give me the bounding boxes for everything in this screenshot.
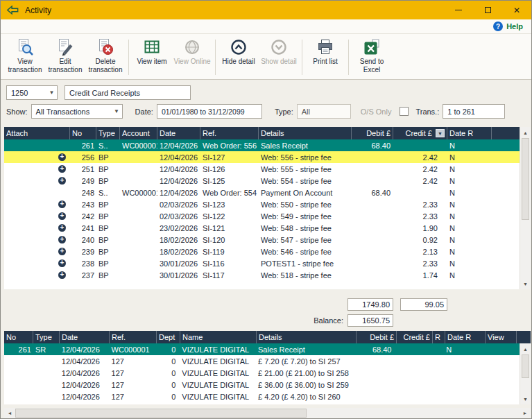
print-list-button[interactable]: Print list: [305, 37, 345, 66]
column-header-details[interactable]: Details: [259, 127, 352, 139]
cell-type: S..: [96, 187, 120, 198]
scroll-track[interactable]: [520, 354, 531, 393]
transaction-row[interactable]: +239BP18/02/2026SI-119Web: 546 - stripe …: [4, 246, 520, 257]
minimize-button[interactable]: [444, 1, 473, 19]
detail-row[interactable]: 12/04/20261270VIZULATE DIGITAL£ 36.00 (£…: [4, 379, 520, 391]
column-header-details[interactable]: Details: [257, 331, 357, 343]
transaction-row[interactable]: +237BP30/01/2026SI-117Web: 518 - stripe …: [4, 269, 520, 281]
transaction-row[interactable]: +238BP30/01/2026SI-116POTEST1 - stripe f…: [4, 257, 520, 269]
account-code-dropdown[interactable]: 1250 ▼: [6, 85, 58, 100]
scroll-right-arrow[interactable]: ►: [520, 408, 531, 418]
attachment-icon[interactable]: +: [58, 200, 66, 208]
horizontal-scrollbar[interactable]: ◄ ►: [4, 408, 531, 418]
column-header-no[interactable]: No: [4, 331, 33, 343]
column-header-debit[interactable]: Debit £: [352, 127, 393, 139]
view-transaction-button[interactable]: View transaction: [5, 37, 45, 74]
column-header-no[interactable]: No: [70, 127, 96, 139]
cell-dept: 0: [156, 343, 180, 355]
cell-ref: 127: [110, 379, 157, 391]
cell-spacer: [492, 139, 520, 151]
transaction-row[interactable]: +251BP12/04/2026SI-126Web: 555 - stripe …: [4, 163, 520, 175]
hide-detail-button[interactable]: Hide detail: [218, 37, 259, 66]
scroll-track[interactable]: [520, 138, 531, 278]
column-header-date_r[interactable]: Date R: [445, 331, 486, 343]
attachment-icon[interactable]: +: [58, 248, 66, 255]
os-only-checkbox[interactable]: [400, 107, 409, 116]
show-dropdown[interactable]: All Transactions ▼: [31, 104, 123, 119]
column-header-date[interactable]: Date: [157, 127, 200, 139]
transaction-row[interactable]: +249BP12/04/2026SI-125Web: 554 - stripe …: [4, 175, 520, 187]
attachment-icon[interactable]: +: [58, 271, 66, 279]
transaction-row[interactable]: +243BP02/03/2026SI-123Web: 550 - stripe …: [4, 198, 520, 210]
column-header-debit[interactable]: Debit £: [357, 331, 397, 343]
transaction-row[interactable]: +241BP23/02/2026SI-121Web: 548 - stripe …: [4, 222, 520, 234]
detail-row[interactable]: 12/04/20261270VIZULATE DIGITAL£ 4.20 (£ …: [4, 391, 520, 402]
detail-row[interactable]: 12/04/20261270VIZULATE DIGITAL£ 21.00 (£…: [4, 367, 520, 379]
attachment-icon[interactable]: +: [58, 259, 66, 267]
scroll-up-arrow[interactable]: ▲: [520, 343, 531, 354]
edit-transaction-button[interactable]: Edit transaction: [45, 37, 85, 74]
cell-details: £ 21.00 (£ 21.00) to SI 258: [256, 367, 356, 379]
scroll-thumb[interactable]: [15, 409, 307, 418]
transaction-row[interactable]: 261S..WC00000112/04/2026Web Order: 556Sa…: [4, 139, 520, 151]
attachment-icon[interactable]: +: [58, 236, 66, 243]
transaction-row[interactable]: +256BP12/04/2026SI-127Web: 556 - stripe …: [4, 151, 520, 163]
transaction-row[interactable]: +240BP18/02/2026SI-120Web: 547 - stripe …: [4, 234, 520, 246]
cell-type: BP: [96, 257, 120, 269]
column-header-name[interactable]: Name: [180, 331, 257, 343]
scroll-up-arrow[interactable]: ▲: [520, 127, 531, 138]
column-header-type[interactable]: Type: [33, 331, 60, 343]
attachment-icon[interactable]: +: [58, 153, 66, 161]
column-header-date_r[interactable]: Date R: [447, 127, 492, 139]
column-header-ref[interactable]: Ref.: [110, 331, 157, 343]
column-header-type[interactable]: Type: [96, 127, 120, 139]
cell-ref: Web Order: 554: [200, 187, 259, 198]
send-to-excel-button[interactable]: Send to Excel: [352, 37, 392, 74]
close-button[interactable]: ✕: [502, 1, 531, 19]
transaction-row[interactable]: +242BP02/03/2026SI-122Web: 549 - stripe …: [4, 210, 520, 222]
scroll-track[interactable]: [15, 408, 520, 418]
scroll-thumb[interactable]: [522, 138, 529, 220]
column-header-ref[interactable]: Ref.: [200, 127, 259, 139]
column-header-credit[interactable]: Credit £: [397, 331, 433, 343]
delete-transaction-button[interactable]: Delete transaction: [85, 37, 126, 74]
toolbar-button-label: Show detail: [261, 58, 297, 66]
vertical-scrollbar[interactable]: ▲ ▼: [520, 127, 531, 289]
view-item-button[interactable]: View item: [132, 37, 172, 66]
attachment-icon[interactable]: +: [58, 224, 66, 232]
attachment-icon[interactable]: +: [58, 212, 66, 220]
detail-vertical-scrollbar[interactable]: ▲ ▼: [520, 343, 531, 404]
column-header-r[interactable]: R: [433, 331, 445, 343]
sort-descending-icon[interactable]: ▼: [436, 129, 445, 137]
attachment-icon[interactable]: +: [58, 165, 66, 173]
filter-row: Show: All Transactions ▼ Date: 01/01/198…: [1, 103, 531, 126]
column-header-attach[interactable]: Attach: [4, 127, 70, 139]
trans-range-field[interactable]: 1 to 261: [443, 104, 505, 119]
cell-type: S..: [96, 139, 120, 151]
scroll-left-arrow[interactable]: ◄: [4, 408, 15, 418]
detail-row[interactable]: 12/04/20261270VIZULATE DIGITAL£ 7.20 (£ …: [4, 355, 520, 367]
column-header-date[interactable]: Date: [60, 331, 110, 343]
cell-date_r: N: [447, 269, 492, 281]
column-header-account[interactable]: Account: [120, 127, 157, 139]
detail-row[interactable]: 261SR12/04/2026WC0000010VIZULATE DIGITAL…: [4, 343, 520, 355]
type-field[interactable]: All: [297, 104, 351, 119]
cell-no: 240: [70, 234, 96, 246]
account-name-field[interactable]: Credit Card Receipts: [65, 85, 191, 100]
cell-type: SR: [33, 343, 60, 355]
date-range-field[interactable]: 01/01/1980 to 31/12/2099: [157, 104, 262, 119]
cell-spacer: [492, 257, 520, 269]
cell-debit: [352, 269, 393, 281]
column-header-dept[interactable]: Dept: [157, 331, 180, 343]
column-header-view[interactable]: View: [486, 331, 517, 343]
scroll-down-arrow[interactable]: ▼: [520, 393, 531, 404]
help-icon[interactable]: ?: [493, 22, 503, 31]
attachment-icon[interactable]: +: [58, 177, 66, 185]
maximize-button[interactable]: [473, 1, 502, 19]
scroll-down-arrow[interactable]: ▼: [520, 278, 531, 289]
scroll-thumb[interactable]: [522, 354, 529, 378]
help-link[interactable]: Help: [506, 22, 523, 31]
column-header-credit[interactable]: Credit £▼: [393, 127, 447, 139]
back-arrow-icon[interactable]: [6, 5, 19, 15]
transaction-row[interactable]: 248S..WC00000112/04/2026Web Order: 554Pa…: [4, 187, 520, 198]
